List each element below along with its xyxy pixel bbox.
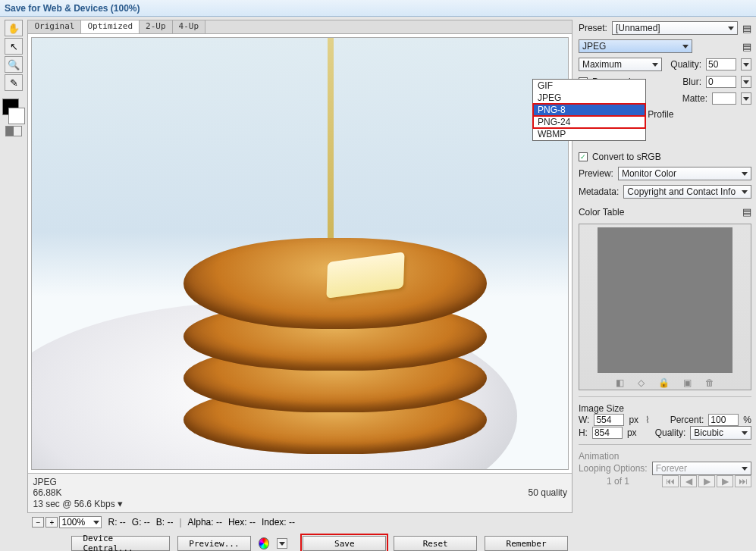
color-table-grid[interactable] [598, 227, 732, 373]
image-size-label: Image Size [579, 403, 624, 414]
zoom-in-button[interactable]: + [45, 517, 58, 528]
slice-select-tool[interactable]: ↖ [5, 38, 23, 55]
metadata-label: Metadata: [579, 186, 619, 197]
color-table: ◧ ◇ 🔒 ▣ 🗑 [579, 224, 751, 390]
info-alpha: Alpha: -- [188, 517, 222, 528]
percent-input[interactable]: 100 [708, 414, 739, 426]
status-format: JPEG [33, 477, 566, 487]
format-option-png24[interactable]: PNG-24 [533, 116, 645, 128]
blur-label: Blur: [682, 77, 701, 87]
prev-frame-button: ◀ [680, 475, 697, 487]
background-swatch[interactable] [8, 108, 25, 124]
zoom-out-button[interactable]: − [32, 517, 44, 528]
matte-dropdown[interactable] [741, 92, 751, 105]
looping-select: Forever [652, 462, 751, 475]
format-option-wbmp[interactable]: WBMP [533, 128, 645, 140]
eyedropper-tool[interactable]: ✎ [5, 74, 23, 91]
zoom-tool[interactable]: 🔍 [5, 56, 23, 73]
optimize-flyout-icon[interactable]: ▤ [742, 41, 751, 52]
width-input[interactable]: 554 [594, 414, 624, 426]
window-title: Save for Web & Devices (100%) [5, 3, 140, 14]
browser-preview-dropdown[interactable] [277, 538, 287, 549]
h-label: H: [579, 427, 588, 438]
resample-quality-select[interactable]: Bicubic [690, 426, 751, 440]
next-frame-button: ▶ [717, 475, 733, 487]
image-preview[interactable] [31, 37, 568, 470]
matte-label: Matte: [682, 93, 707, 104]
toggle-slices-icon[interactable] [5, 126, 22, 136]
ct-cube-icon[interactable]: ◇ [638, 377, 645, 388]
hand-tool[interactable]: ✋ [5, 20, 23, 36]
ct-eyedrop-icon[interactable]: ◧ [616, 377, 624, 388]
w-label: W: [579, 415, 589, 425]
settings-panel: Preset: [Unnamed] ▤ JPEG ▤ GIF JPEG PNG-… [572, 17, 756, 551]
last-frame-button: ⏭ [735, 475, 751, 487]
preview-select-label: Preview: [579, 168, 613, 179]
action-bar: Device Central... Preview... Save Reset … [27, 531, 572, 551]
tab-4up[interactable]: 4-Up [173, 20, 206, 33]
reset-button[interactable]: Reset [394, 536, 477, 551]
device-central-button[interactable]: Device Central... [71, 536, 170, 551]
status-quality: 50 quality [529, 487, 567, 498]
play-button: ▶ [698, 475, 715, 487]
animation-label: Animation [579, 451, 619, 462]
tab-2up[interactable]: 2-Up [140, 20, 173, 33]
format-option-gif[interactable]: GIF [533, 80, 645, 92]
format-select[interactable]: JPEG [579, 39, 692, 53]
info-hex: Hex: -- [228, 517, 256, 528]
looping-label: Looping Options: [579, 463, 648, 474]
ct-trash-icon[interactable]: 🗑 [705, 377, 714, 388]
metadata-select[interactable]: Copyright and Contact Info [623, 185, 751, 199]
blur-stepper[interactable] [741, 76, 751, 88]
tab-optimized[interactable]: Optimized [81, 20, 140, 33]
remember-button[interactable]: Remember [485, 536, 568, 551]
preview-pane: Original Optimized 2-Up 4-Up JPEG [27, 20, 572, 513]
frame-indicator: 1 of 1 [579, 476, 657, 487]
preview-status: JPEG 50 quality 66.88K 13 sec @ 56.6 Kbp… [28, 473, 571, 512]
info-bar: − + 100% R: -- G: -- B: -- | Alpha: -- H… [27, 513, 572, 531]
quality-label: Quality: [670, 59, 701, 70]
browser-preview-icon[interactable] [259, 537, 269, 549]
height-input[interactable]: 854 [592, 427, 623, 439]
preview-button[interactable]: Preview... [177, 536, 250, 551]
link-icon[interactable]: ⌇ [643, 415, 652, 425]
tool-column: ✋ ↖ 🔍 ✎ [0, 17, 27, 551]
window-titlebar: Save for Web & Devices (100%) [0, 0, 756, 17]
format-option-png8[interactable]: PNG-8 [533, 104, 645, 116]
ct-new-icon[interactable]: ▣ [683, 377, 692, 388]
preset-select[interactable]: [Unnamed] [612, 21, 738, 35]
info-index: Index: -- [262, 517, 295, 528]
color-table-flyout-icon[interactable]: ▤ [742, 206, 751, 218]
status-filesize: 66.88K [33, 487, 566, 498]
preview-tabs: Original Optimized 2-Up 4-Up [28, 20, 571, 34]
format-option-jpeg[interactable]: JPEG [533, 92, 645, 104]
convert-srgb-checkbox[interactable]: ✓ [579, 152, 588, 161]
preview-select[interactable]: Monitor Color [618, 167, 751, 180]
tab-original[interactable]: Original [28, 20, 81, 33]
status-menu-icon[interactable]: ▾ [118, 498, 123, 509]
zoom-select[interactable]: 100% [59, 516, 102, 528]
info-g: G: -- [132, 517, 150, 528]
format-dropdown-list[interactable]: GIF JPEG PNG-8 PNG-24 WBMP [532, 79, 646, 141]
ct-lock-icon[interactable]: 🔒 [658, 377, 670, 388]
color-table-label: Color Table [579, 207, 624, 218]
matte-swatch[interactable] [712, 92, 736, 105]
status-timing: 13 sec @ 56.6 Kbps [33, 499, 114, 509]
resample-quality-label: Quality: [655, 427, 686, 438]
info-b: B: -- [156, 517, 174, 528]
preset-label: Preset: [579, 23, 607, 33]
blur-input[interactable]: 0 [706, 76, 736, 88]
save-button[interactable]: Save [303, 536, 386, 551]
convert-srgb-label: Convert to sRGB [592, 152, 661, 162]
quality-stepper[interactable] [741, 58, 751, 70]
percent-label: Percent: [670, 415, 704, 425]
quality-preset-select[interactable]: Maximum [579, 58, 662, 71]
preset-flyout-icon[interactable]: ▤ [742, 23, 751, 34]
quality-input[interactable]: 50 [706, 58, 736, 70]
first-frame-button: ⏮ [662, 475, 679, 487]
info-r: R: -- [108, 517, 125, 528]
